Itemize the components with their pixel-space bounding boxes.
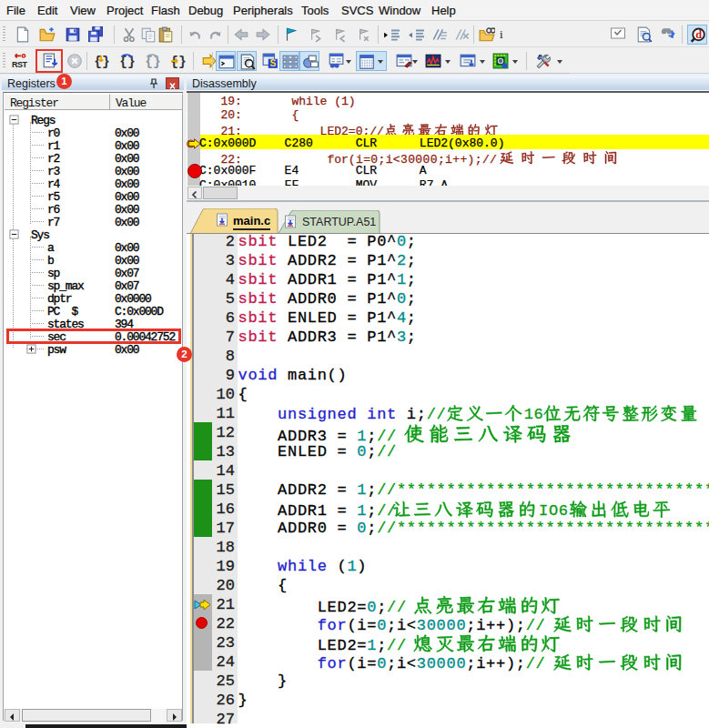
svg-text:{}: {} xyxy=(170,55,186,69)
svg-text:S: S xyxy=(269,58,276,68)
svg-text:d: d xyxy=(695,28,702,41)
svg-text:RST: RST xyxy=(12,60,27,69)
